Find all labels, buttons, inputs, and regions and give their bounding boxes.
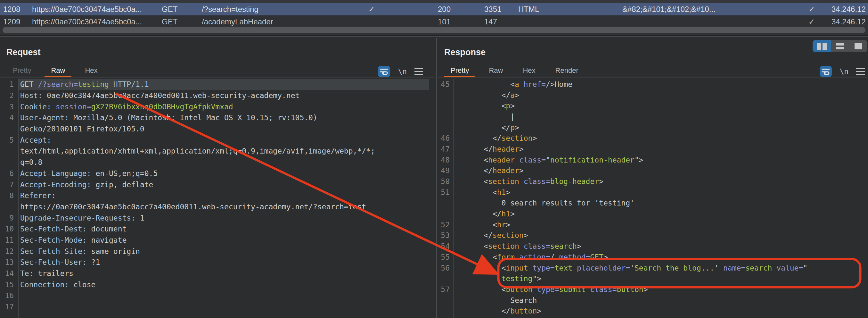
editor-line: 5Accept: bbox=[0, 134, 429, 146]
editor-line: 50 <section class=blog-header> bbox=[438, 176, 868, 187]
table-panels-splitter[interactable] bbox=[0, 35, 868, 38]
cell-ip: 34.246.12 bbox=[832, 5, 866, 14]
editor-line: 55 <form action=/ method=GET> bbox=[438, 252, 868, 263]
tab-raw[interactable]: Raw bbox=[481, 63, 510, 77]
request-editor[interactable]: 1GET /?search=testing HTTP/1.12Host: 0ae… bbox=[0, 79, 429, 318]
response-menu-icon[interactable] bbox=[856, 68, 865, 75]
cell-tls: ✓ bbox=[808, 5, 815, 14]
response-panel-title: Response bbox=[444, 48, 486, 57]
layout-columns-button[interactable] bbox=[813, 40, 831, 52]
table-rows: 1208https://0ae700c30474ae5bc0a...GET/?s… bbox=[0, 3, 868, 28]
editor-line: 52 <hr> bbox=[438, 219, 868, 230]
table-horizontal-scrollbar[interactable] bbox=[0, 26, 868, 35]
cell-mime: HTML bbox=[518, 5, 539, 14]
request-panel: Request PrettyRawHex \n 1GET /?search=te… bbox=[0, 38, 435, 318]
editor-line: 7Accept-Encoding: gzip, deflate bbox=[0, 179, 429, 190]
editor-line: 46 </section> bbox=[438, 133, 868, 144]
panel-divider[interactable] bbox=[435, 38, 438, 318]
layout-rows-button[interactable] bbox=[831, 40, 849, 52]
gutter-separator bbox=[18, 79, 19, 318]
response-editor[interactable]: 45 <a href=/>Home </a> <p> | </p>46 </se… bbox=[438, 79, 868, 318]
editor-line: 47 </header> bbox=[438, 144, 868, 154]
editor-line: 51 <h1> bbox=[438, 187, 868, 198]
cell-params: ✓ bbox=[368, 5, 375, 14]
cell-host: https://0ae700c30474ae5bc0a... bbox=[32, 17, 142, 26]
editor-line: 48 <header class="notification-header"> bbox=[438, 154, 868, 166]
tab-raw[interactable]: Raw bbox=[43, 63, 73, 77]
editor-line: 54 <section class=search> bbox=[438, 241, 868, 252]
cell-url: /?search=testing bbox=[202, 5, 258, 14]
cell-id: 1208 bbox=[3, 5, 20, 14]
editor-line: 10Sec-Fetch-Dest: document bbox=[0, 224, 429, 235]
tab-pretty[interactable]: Pretty bbox=[443, 63, 476, 77]
editor-line: q=0.8 bbox=[0, 157, 429, 168]
view-layout-switcher bbox=[813, 40, 867, 52]
editor-line: 45 <a href=/>Home bbox=[438, 79, 868, 90]
editor-line: 15Connection: close bbox=[0, 279, 429, 290]
editor-line: 14Te: trailers bbox=[0, 268, 429, 279]
editor-line: 58 </f bbox=[438, 316, 868, 318]
scrollbar-thumb[interactable] bbox=[3, 27, 865, 33]
cell-length: 147 bbox=[484, 17, 497, 26]
editor-line: 9Upgrade-Insecure-Requests: 1 bbox=[0, 212, 429, 224]
editor-line: </h1> bbox=[438, 208, 868, 219]
editor-line: 2Host: 0ae700c30474ae5bc0acc7a400ed0011.… bbox=[0, 90, 429, 101]
word-wrap-toggle-icon[interactable] bbox=[819, 66, 832, 77]
cell-host: https://0ae700c30474ae5bc0a... bbox=[32, 5, 142, 14]
request-tabbar: PrettyRawHex bbox=[0, 63, 435, 78]
editor-line: 13Sec-Fetch-User: ?1 bbox=[0, 257, 429, 268]
cell-id: 1209 bbox=[3, 17, 20, 26]
cell-status: 200 bbox=[438, 5, 451, 14]
editor-line: </p> bbox=[438, 122, 868, 133]
layout-single-button[interactable] bbox=[849, 40, 867, 52]
gutter-separator bbox=[453, 79, 454, 318]
http-history-table: 1208https://0ae700c30474ae5bc0a...GET/?s… bbox=[0, 0, 868, 35]
editor-line: Search bbox=[438, 295, 868, 306]
table-row-clipped bbox=[0, 0, 868, 3]
cell-method: GET bbox=[162, 17, 178, 26]
editor-line: 0 search results for 'testing' bbox=[438, 198, 868, 209]
response-panel: Response PrettyRawHexRender \n 45 <a hre… bbox=[438, 38, 868, 318]
tab-pretty: Pretty bbox=[5, 63, 39, 77]
editor-line: 17 bbox=[0, 301, 429, 313]
response-tab-icons: \n bbox=[819, 65, 865, 78]
table-row-1208[interactable]: 1208https://0ae700c30474ae5bc0a...GET/?s… bbox=[0, 3, 868, 16]
editor-line: 11Sec-Fetch-Mode: navigate bbox=[0, 235, 429, 246]
show-newlines-toggle[interactable]: \n bbox=[398, 67, 407, 76]
cell-status: 101 bbox=[438, 17, 451, 26]
editor-line: 12Sec-Fetch-Site: same-origin bbox=[0, 245, 429, 257]
editor-line: <p> bbox=[438, 100, 868, 111]
show-newlines-toggle[interactable]: \n bbox=[839, 67, 848, 76]
editor-line: https://0ae700c30474ae5bc0acc7a400ed0011… bbox=[0, 201, 429, 212]
request-menu-icon[interactable] bbox=[414, 68, 423, 75]
editor-line: 1GET /?search=testing HTTP/1.1 bbox=[0, 79, 429, 90]
cell-title: &#82;&#101;&#102;&#10... bbox=[622, 5, 716, 14]
cell-tls: ✓ bbox=[808, 17, 815, 26]
response-tabbar: PrettyRawHexRender bbox=[438, 63, 868, 78]
request-panel-title: Request bbox=[6, 48, 41, 57]
tab-hex[interactable]: Hex bbox=[77, 63, 105, 77]
editor-line: Gecko/20100101 Firefox/105.0 bbox=[0, 123, 429, 135]
burp-suite-window: { "colors":{ "accent":"#dd6327", "blue":… bbox=[0, 0, 868, 318]
editor-line: 6Accept-Language: en-US,en;q=0.5 bbox=[0, 168, 429, 179]
word-wrap-toggle-icon[interactable] bbox=[378, 66, 390, 77]
cell-url: /academyLabHeader bbox=[202, 17, 273, 26]
editor-line: 8Referer: bbox=[0, 190, 429, 201]
editor-line: 53 </section> bbox=[438, 230, 868, 241]
editor-line: 56 <input type=text placeholder='Search … bbox=[438, 263, 868, 273]
cell-method: GET bbox=[162, 5, 178, 14]
editor-line: 4User-Agent: Mozilla/5.0 (Macintosh; Int… bbox=[0, 112, 429, 123]
editor-line: | bbox=[438, 111, 868, 122]
editor-line: 57 <button type=submit class=button> bbox=[438, 284, 868, 295]
editor-line: </a> bbox=[438, 90, 868, 100]
tab-render[interactable]: Render bbox=[548, 63, 586, 77]
editor-line: 16 bbox=[0, 290, 429, 301]
editor-line: 49 </header> bbox=[438, 166, 868, 176]
editor-line: text/html,application/xhtml+xml,applicat… bbox=[0, 146, 429, 157]
request-tab-icons: \n bbox=[378, 65, 423, 78]
editor-line: testing"> bbox=[438, 273, 868, 284]
tab-hex[interactable]: Hex bbox=[515, 63, 543, 77]
editor-line: 3Cookie: session=gX27BV6ibxxnq0dbOBHvgTg… bbox=[0, 101, 429, 112]
cell-ip: 34.246.12 bbox=[832, 17, 866, 26]
cell-length: 3351 bbox=[484, 5, 501, 14]
